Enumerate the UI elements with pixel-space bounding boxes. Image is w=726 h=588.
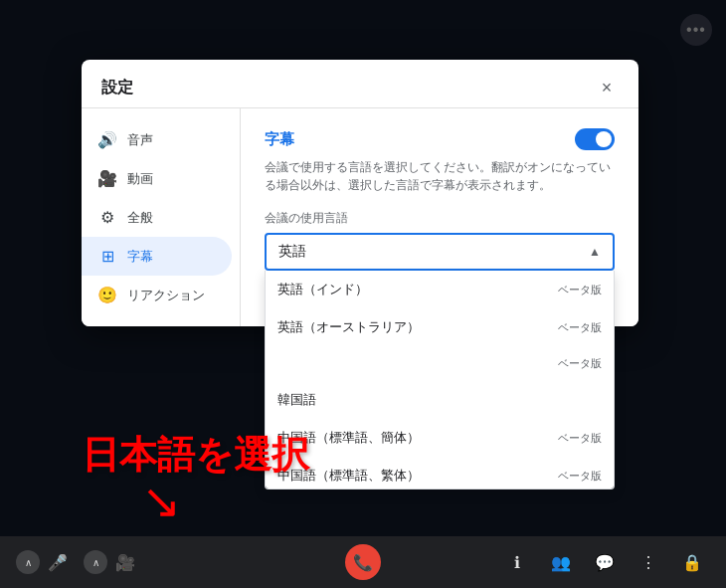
video-icon: 🎥 xyxy=(97,169,117,188)
info-button[interactable]: ℹ xyxy=(499,544,535,580)
section-header: 字幕 xyxy=(265,128,615,150)
beta-badge: ベータ版 xyxy=(558,356,602,371)
chat-icon: 💬 xyxy=(595,553,615,572)
settings-dialog: 設定 × 🔊 音声 🎥 動画 ⚙ 全般 ⊞ 字幕 🙂 xyxy=(82,60,638,326)
end-call-button[interactable]: 📞 xyxy=(345,544,381,580)
activities-icon: ⋮ xyxy=(640,553,656,572)
captions-toggle[interactable] xyxy=(575,128,615,150)
mic-button[interactable]: 🎤 xyxy=(40,544,76,580)
language-field-label: 会議の使用言語 xyxy=(265,210,615,227)
lock-button[interactable]: 🔒 xyxy=(674,544,710,580)
nav-label-video: 動画 xyxy=(127,170,153,188)
cam-group: ∧ 🎥 xyxy=(84,544,143,580)
toolbar-right: ℹ 👥 💬 ⋮ 🔒 xyxy=(499,544,710,580)
section-title: 字幕 xyxy=(265,130,294,149)
dialog-header: 設定 × xyxy=(82,60,638,108)
dropdown-arrow-icon: ▲ xyxy=(589,245,601,259)
lock-icon: 🔒 xyxy=(682,553,702,572)
info-icon: ℹ xyxy=(514,553,520,572)
beta-badge: ベータ版 xyxy=(558,469,602,484)
audio-icon: 🔊 xyxy=(97,130,117,149)
chat-button[interactable]: 💬 xyxy=(587,544,623,580)
dialog-title: 設定 xyxy=(101,78,133,98)
nav-item-audio[interactable]: 🔊 音声 xyxy=(82,120,232,159)
nav-item-reactions[interactable]: 🙂 リアクション xyxy=(82,276,232,314)
toolbar-left: ∧ 🎤 ∧ 🎥 xyxy=(16,544,143,580)
mic-chevron-button[interactable]: ∧ xyxy=(16,550,40,574)
language-dropdown-container: 英語 ▲ 英語（インド） ベータ版 英語（オーストラリア） ベータ版 xyxy=(265,233,615,271)
beta-badge: ベータ版 xyxy=(558,320,602,335)
section-description: 会議で使用する言語を選択してください。翻訳がオンになっている場合以外は、選択した… xyxy=(265,158,615,194)
close-icon: × xyxy=(602,78,613,98)
language-dropdown-selected[interactable]: 英語 ▲ xyxy=(265,233,615,271)
chevron-up-icon-cam: ∧ xyxy=(92,557,99,568)
chevron-up-icon: ∧ xyxy=(25,557,32,568)
nav-item-general[interactable]: ⚙ 全般 xyxy=(82,198,232,237)
nav-item-captions[interactable]: ⊞ 字幕 xyxy=(82,237,232,276)
toolbar-center: 📞 xyxy=(345,544,381,580)
nav-label-general: 全般 xyxy=(127,209,153,227)
mic-icon: 🎤 xyxy=(48,553,68,572)
dropdown-item-label: 英語（インド） xyxy=(277,281,368,298)
cam-chevron-button[interactable]: ∧ xyxy=(84,550,107,574)
beta-badge: ベータ版 xyxy=(558,431,602,446)
nav-label-reactions: リアクション xyxy=(127,287,205,304)
dropdown-item-label: 中国語（標準語、簡体） xyxy=(277,429,420,447)
end-call-icon: 📞 xyxy=(353,553,373,572)
people-icon: 👥 xyxy=(551,553,571,572)
reactions-icon: 🙂 xyxy=(97,286,117,304)
close-button[interactable]: × xyxy=(595,76,619,99)
camera-icon: 🎥 xyxy=(115,553,135,572)
dropdown-item-label: 英語（オーストラリア） xyxy=(277,318,420,336)
nav-label-audio: 音声 xyxy=(127,131,153,149)
language-dropdown-menu: 英語（インド） ベータ版 英語（オーストラリア） ベータ版 ベータ版 韓国語 xyxy=(265,271,615,490)
dropdown-item-chinese-simplified[interactable]: 中国語（標準語、簡体） ベータ版 xyxy=(266,419,614,457)
dropdown-item-english-india[interactable]: 英語（インド） ベータ版 xyxy=(266,271,614,308)
toggle-knob xyxy=(596,131,612,147)
settings-nav: 🔊 音声 🎥 動画 ⚙ 全般 ⊞ 字幕 🙂 リアクション xyxy=(82,108,241,326)
nav-label-captions: 字幕 xyxy=(127,248,153,266)
dropdown-item-english-australia[interactable]: 英語（オーストラリア） ベータ版 xyxy=(266,308,614,346)
camera-button[interactable]: 🎥 xyxy=(107,544,143,580)
dropdown-item-korean[interactable]: 韓国語 xyxy=(266,381,614,419)
dropdown-item-chinese-traditional[interactable]: 中国語（標準語、繁体） ベータ版 xyxy=(266,457,614,490)
beta-badge: ベータ版 xyxy=(558,283,602,297)
nav-item-video[interactable]: 🎥 動画 xyxy=(82,159,232,198)
bottom-toolbar: ∧ 🎤 ∧ 🎥 📞 ℹ 👥 💬 ⋮ xyxy=(0,536,726,588)
people-button[interactable]: 👥 xyxy=(543,544,579,580)
settings-content: 字幕 会議で使用する言語を選択してください。翻訳がオンになっている場合以外は、選… xyxy=(241,108,638,326)
dropdown-item-label: 中国語（標準語、繁体） xyxy=(277,467,420,485)
dropdown-item-label: 韓国語 xyxy=(277,391,316,409)
dialog-body: 🔊 音声 🎥 動画 ⚙ 全般 ⊞ 字幕 🙂 リアクション xyxy=(82,108,638,326)
captions-icon: ⊞ xyxy=(97,247,117,266)
dropdown-item-english-other[interactable]: ベータ版 xyxy=(266,346,614,381)
mic-group: ∧ 🎤 xyxy=(16,544,76,580)
general-icon: ⚙ xyxy=(97,208,117,227)
selected-language-text: 英語 xyxy=(278,243,306,261)
activities-button[interactable]: ⋮ xyxy=(631,544,666,580)
